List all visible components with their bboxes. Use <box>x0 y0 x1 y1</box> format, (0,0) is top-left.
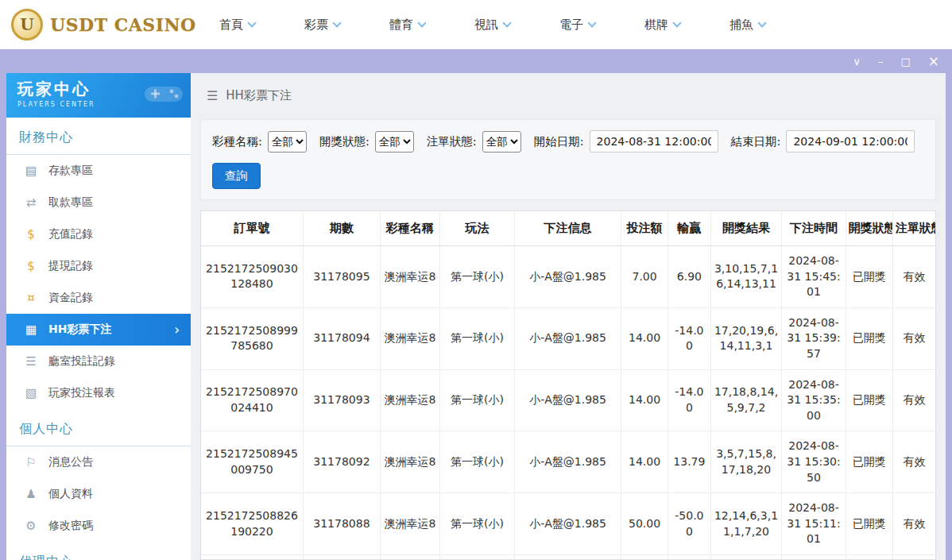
nav-item[interactable]: 棋牌 <box>644 17 680 33</box>
table-cell: 2152172508790081650 <box>201 554 303 560</box>
table-cell: 31178093 <box>303 369 380 431</box>
table-cell: 2152172509030128480 <box>201 246 303 308</box>
chevron-down-icon <box>247 18 256 27</box>
table-cell: 3,10,15,7,16,14,13,11 <box>710 246 782 308</box>
table-cell: 13.79 <box>668 431 711 493</box>
column-header: 玩法 <box>439 211 514 246</box>
nav-item[interactable]: 視訊 <box>474 17 510 33</box>
table-cell: 小-A盤@1.985 <box>515 431 621 493</box>
player-bet-report-icon: ▧ <box>24 386 38 400</box>
table-cell: 2024-08-31 15:05:00 <box>782 554 846 560</box>
sidebar: 玩家中心 PLAYERS CENTER 財務中心▤存款專區⇄取款專區$充值記錄$… <box>6 73 191 560</box>
table-cell: 第一球(小) <box>439 493 514 555</box>
table-cell: 大-A盤@1.985 <box>515 554 621 560</box>
table-cell: 已開獎 <box>846 431 892 493</box>
table-cell: 澳洲幸运8 <box>380 431 439 493</box>
window-maximize-icon[interactable]: □ <box>900 56 910 67</box>
menu-toggle-icon[interactable]: ☰ <box>207 88 218 103</box>
table-row: 215217250897002441031178093澳洲幸运8第一球(小)小-… <box>201 369 935 431</box>
filter-select-draw_status[interactable]: 全部 <box>375 131 414 153</box>
sidebar-item-label: 存款專區 <box>48 164 93 178</box>
table-cell: 14.00 <box>621 307 668 369</box>
table-row: 215217250882619022031178088澳洲幸运8第一球(小)小-… <box>201 493 935 555</box>
sidebar-item[interactable]: ⚐消息公告 <box>6 446 191 478</box>
table-cell: -14.00 <box>668 369 711 431</box>
main-content: ☰ HH彩票下注 彩種名稱:全部開獎狀態:全部注單狀態:全部開始日期:結束日期:… <box>191 73 946 560</box>
sidebar-item[interactable]: ¤資金記錄 <box>6 282 191 314</box>
sidebar-item-label: 消息公告 <box>48 455 93 469</box>
search-button[interactable]: 查詢 <box>212 163 261 189</box>
sidebar-item-label: 提現記錄 <box>48 259 93 273</box>
chevron-down-icon <box>672 18 681 27</box>
sidebar-item[interactable]: $充值記錄 <box>6 218 191 250</box>
table-cell: -14.00 <box>668 554 711 560</box>
table-cell: 有效 <box>892 246 935 308</box>
table-cell: 2152172508945009750 <box>201 431 303 493</box>
app-window: ∨ – □ × 玩家中心 PLAYERS CENTER 財務中心▤存 <box>0 49 952 560</box>
table-cell: 已開獎 <box>846 554 892 560</box>
filter-panel: 彩種名稱:全部開獎狀態:全部注單狀態:全部開始日期:結束日期: 查詢 <box>200 119 936 200</box>
window-close-icon[interactable]: × <box>928 55 939 68</box>
column-header: 開獎結果 <box>710 211 782 246</box>
sidebar-item[interactable]: ▧玩家投注報表 <box>6 377 191 409</box>
nav-item-label: 彩票 <box>304 17 328 33</box>
column-header: 投注額 <box>621 211 668 246</box>
chevron-down-icon <box>332 18 341 27</box>
logo-icon: U <box>11 9 43 41</box>
filter-label: 注單狀態: <box>427 134 477 149</box>
announcement-icon: ⚐ <box>24 455 38 469</box>
sidebar-item[interactable]: $提現記錄 <box>6 250 191 282</box>
window-minimize-icon[interactable]: – <box>878 56 884 67</box>
column-header: 開獎狀態 <box>846 211 892 246</box>
sidebar-item[interactable]: ☰廳室投註記錄 <box>6 346 191 377</box>
gamepad-icon <box>143 81 184 109</box>
table-row: 215217250894500975031178092澳洲幸运8第一球(小)小-… <box>201 431 935 493</box>
sidebar-item[interactable]: ▤存款專區 <box>6 155 191 187</box>
nav-item[interactable]: 電子 <box>559 17 595 33</box>
table-cell: 小-A盤@1.985 <box>515 307 621 369</box>
nav-item-label: 視訊 <box>474 17 498 33</box>
sidebar-item[interactable]: ▦HH彩票下注› <box>6 314 191 346</box>
sidebar-item[interactable]: ⚙修改密碼 <box>6 510 191 542</box>
table-cell: 12,14,6,3,11,1,7,20 <box>710 493 782 555</box>
withdraw-record-icon: $ <box>24 259 38 273</box>
profile-icon: ♟ <box>24 487 38 501</box>
nav-item[interactable]: 體育 <box>389 17 425 33</box>
chevron-down-icon <box>587 18 596 27</box>
table-cell: 31178094 <box>303 307 380 369</box>
sidebar-section-header: 個人中心 <box>6 409 191 446</box>
sidebar-item[interactable]: ⇄取款專區 <box>6 187 191 218</box>
table-cell: 2024-08-31 15:35:00 <box>782 369 846 431</box>
table-cell: 第一球(小) <box>439 307 514 369</box>
table-cell: 3,5,7,15,8,17,18,20 <box>710 431 782 493</box>
table-row: 215217250903012848031178095澳洲幸运8第一球(小)小-… <box>201 246 935 308</box>
chevron-down-icon <box>502 18 511 27</box>
filter-select-bet_status[interactable]: 全部 <box>482 131 521 153</box>
nav-item[interactable]: 首頁 <box>219 17 255 33</box>
filter-select-lottery_name[interactable]: 全部 <box>268 131 307 153</box>
change-password-icon: ⚙ <box>24 519 38 533</box>
nav-item-label: 首頁 <box>219 17 243 33</box>
filter-input-end_date[interactable] <box>786 130 915 153</box>
window-collapse-icon[interactable]: ∨ <box>853 56 861 67</box>
chevron-down-icon <box>757 18 766 27</box>
sidebar-item-label: 資金記錄 <box>48 291 93 305</box>
filter-label: 開獎狀態: <box>319 134 370 149</box>
chevron-right-icon: › <box>174 322 180 338</box>
table-cell: 9,14,2,1,18,13,3,4 <box>710 554 782 560</box>
column-header: 訂單號 <box>201 211 303 246</box>
window-titlebar: ∨ – □ × <box>0 49 952 73</box>
nav-item[interactable]: 彩票 <box>304 17 340 33</box>
logo[interactable]: U USDT CASINO <box>0 9 195 41</box>
table-cell: 小-A盤@1.985 <box>515 493 621 555</box>
table-cell: 2024-08-31 15:11:01 <box>782 493 846 555</box>
nav-item-label: 體育 <box>389 17 413 33</box>
sidebar-item[interactable]: ♟個人資料 <box>6 478 191 510</box>
table-cell: 第一球(小) <box>439 369 514 431</box>
filter-input-start_date[interactable] <box>590 130 718 153</box>
table-cell: 有效 <box>892 431 935 493</box>
nav-item[interactable]: 捕魚 <box>729 17 765 33</box>
table-cell: 已開獎 <box>846 246 892 308</box>
table-cell: 14.00 <box>621 369 668 431</box>
table-cell: 有效 <box>892 307 935 369</box>
